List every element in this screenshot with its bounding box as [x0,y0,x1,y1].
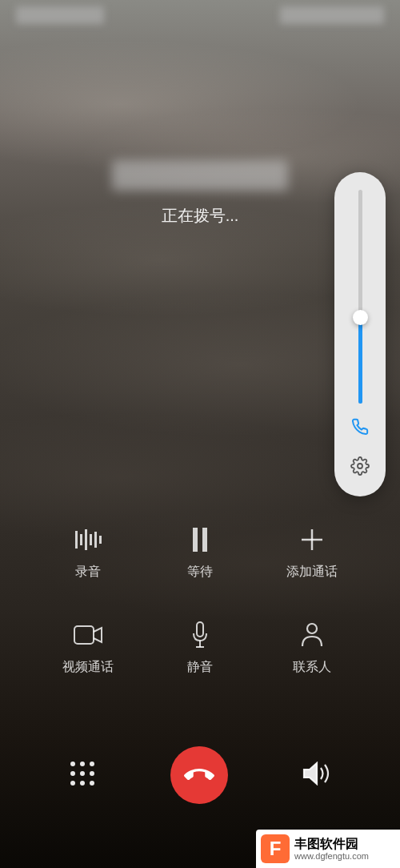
volume-thumb[interactable] [353,310,368,325]
svg-rect-13 [74,626,94,644]
phone-icon [351,418,369,439]
person-icon [298,621,326,649]
svg-point-25 [80,781,85,786]
action-grid: 录音 等待 添加通话 视频通话 静音 联系人 [0,525,400,676]
svg-point-22 [80,771,85,776]
video-call-label: 视频通话 [62,659,114,676]
svg-rect-10 [202,528,207,552]
svg-rect-3 [75,531,78,549]
svg-point-0 [358,464,362,468]
end-call-button[interactable] [170,746,228,804]
svg-point-18 [70,762,75,766]
svg-point-23 [90,771,94,776]
svg-point-17 [307,624,317,633]
record-button[interactable]: 录音 [32,525,144,581]
contacts-label: 联系人 [293,659,331,676]
svg-rect-5 [85,529,87,550]
dialpad-button[interactable] [69,760,96,790]
plus-icon [298,525,326,554]
speaker-button[interactable] [302,762,331,789]
status-bar [0,6,400,30]
hold-button[interactable]: 等待 [144,525,256,581]
svg-rect-8 [99,536,102,544]
watermark-logo: F [261,834,290,863]
svg-point-19 [80,762,85,766]
record-label: 录音 [75,564,101,581]
svg-point-20 [90,762,94,766]
mic-icon [186,621,214,649]
contacts-button[interactable]: 联系人 [256,621,368,676]
svg-point-24 [70,781,75,786]
svg-rect-14 [197,622,203,637]
video-icon [74,621,102,649]
svg-rect-9 [193,528,198,552]
hold-label: 等待 [187,564,213,581]
volume-slider[interactable] [334,172,386,496]
bottom-controls [0,746,400,804]
svg-point-26 [90,781,94,786]
watermark-title: 丰图软件园 [294,836,369,851]
phone-number-blur [112,160,288,191]
status-left-blur [16,6,104,24]
video-call-button[interactable]: 视频通话 [32,621,144,676]
record-icon [74,525,102,554]
volume-fill [358,319,362,404]
status-right-blur [280,6,384,24]
watermark: F 丰图软件园 www.dgfengtu.com [256,830,400,868]
mute-label: 静音 [187,659,213,676]
volume-track[interactable] [358,190,362,404]
pause-icon [186,525,214,554]
svg-point-21 [70,771,75,776]
add-call-label: 添加通话 [286,564,338,581]
hangup-icon [184,760,214,790]
mute-button[interactable]: 静音 [144,621,256,676]
svg-rect-7 [94,532,97,548]
add-call-button[interactable]: 添加通话 [256,525,368,581]
svg-rect-6 [90,534,92,545]
gear-icon[interactable] [350,456,370,479]
svg-rect-4 [80,534,82,545]
watermark-url: www.dgfengtu.com [294,851,369,862]
